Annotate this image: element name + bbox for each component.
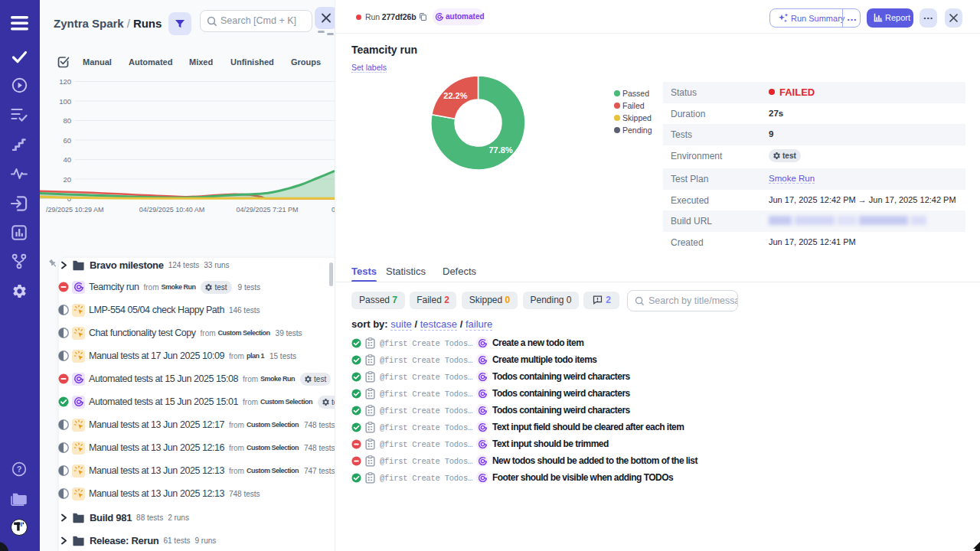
svg-text:04/29/2025 10:40 AM: 04/29/2025 10:40 AM — [139, 206, 205, 214]
svg-text:40: 40 — [63, 155, 71, 164]
svg-text:77.8%: 77.8% — [488, 145, 512, 155]
svg-text:100: 100 — [59, 97, 71, 106]
svg-text:22.2%: 22.2% — [443, 91, 467, 100]
svg-text:80: 80 — [63, 116, 71, 125]
svg-text:20: 20 — [63, 175, 71, 184]
svg-text:120: 120 — [59, 77, 71, 86]
svg-text:04/29/2025 7:21 PM: 04/29/2025 7:21 PM — [236, 206, 298, 214]
svg-text:/29/2025 10:29 AM: /29/2025 10:29 AM — [46, 206, 104, 214]
svg-text:?: ? — [17, 465, 22, 474]
svg-text:60: 60 — [63, 136, 71, 145]
